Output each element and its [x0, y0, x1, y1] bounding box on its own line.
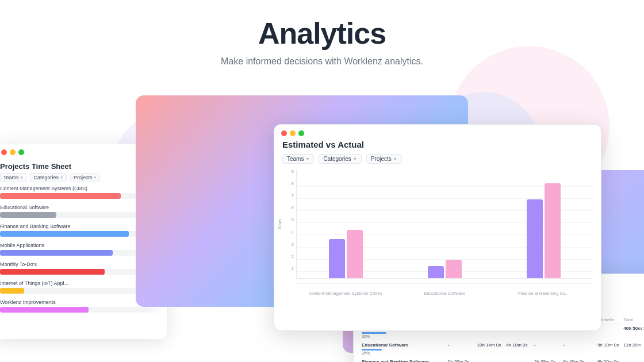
progress-bar — [362, 332, 386, 334]
bar-actual — [347, 230, 363, 278]
value-cell: 9h 10m 0s — [595, 341, 621, 357]
center-body: Estimated vs Actual Teams Categories Pro… — [274, 140, 601, 304]
dot-red — [1, 149, 7, 155]
bar-track — [0, 307, 161, 313]
grid-line — [296, 283, 593, 284]
value-cell: 2h 05m 0s — [532, 357, 561, 362]
value-cell: 10h 14m 0s — [474, 341, 504, 357]
y-label: 1 — [282, 266, 294, 271]
pct-label: 25% — [362, 351, 370, 355]
dot-green — [18, 149, 24, 155]
dot-yellow-c — [290, 130, 296, 136]
y-axis-title: Days — [277, 218, 282, 229]
value-cell: 6h 40m 0s — [561, 357, 595, 362]
bar-fill — [0, 193, 121, 199]
page-header: Analytics Make informed decisions with W… — [0, 0, 644, 67]
bar-actual — [545, 183, 561, 278]
project-cell: Educational Software 25% — [359, 341, 446, 357]
bar-chart: Days987654321 Content Management Systems… — [282, 170, 593, 296]
y-label: 7 — [282, 193, 294, 198]
value-cell: 4h 10m 0s — [504, 341, 532, 357]
x-label: Finance and Banking So... — [494, 289, 593, 296]
bar-group — [494, 183, 593, 278]
center-filter-categories[interactable]: Categories — [319, 154, 361, 164]
dot-yellow — [10, 149, 16, 155]
value-cell: - — [474, 357, 504, 362]
center-screenshot-wrapper: Estimated vs Actual Teams Categories Pro… — [136, 95, 468, 307]
bar-fill — [0, 231, 129, 237]
y-label: 2 — [282, 254, 294, 259]
page-title: Analytics — [0, 16, 644, 51]
dot-green-c — [298, 130, 304, 136]
y-label: 3 — [282, 242, 294, 247]
project-name: Educational Software — [362, 342, 443, 348]
page-subtitle: Make informed decisions with Worklenz an… — [0, 56, 644, 67]
bar-estimated — [329, 239, 345, 278]
pct-label: 30% — [362, 334, 370, 338]
value-cell: - — [504, 357, 532, 362]
value-cell: - — [561, 341, 595, 357]
value-cell: 11h 20m — [621, 341, 644, 357]
bar-estimated — [428, 266, 444, 278]
bar-actual — [446, 260, 462, 278]
y-label: 6 — [282, 205, 294, 210]
total-cell: 40h 50m 3 — [621, 324, 644, 341]
left-filter-projects[interactable]: Projects — [70, 173, 100, 182]
project-cell: Finance and Banking Software 45% — [359, 357, 446, 362]
y-label: 4 — [282, 230, 294, 235]
y-label: 8 — [282, 181, 294, 186]
y-label: 5 — [282, 217, 294, 222]
x-label: Educational Software — [395, 289, 494, 296]
screenshots-area: Projects Time Sheet Teams Categories Pro… — [0, 69, 644, 362]
window-chrome-center — [274, 125, 601, 140]
bar-group — [396, 260, 494, 278]
center-filter-row: Teams Categories Projects — [282, 154, 593, 164]
x-labels: Content Management Systems (CMS)Educatio… — [296, 289, 593, 296]
value-cell: 9h 20m 0s — [595, 357, 621, 362]
x-label: Content Management Systems (CMS) — [296, 289, 395, 296]
table-row: Finance and Banking Software 45% 0h 20m … — [359, 357, 644, 362]
bar-estimated — [527, 199, 543, 278]
bar-fill — [0, 307, 89, 313]
project-name: Finance and Banking Software — [362, 359, 443, 362]
progress-bar — [362, 349, 382, 351]
dot-red-c — [281, 130, 287, 136]
bar-fill — [0, 250, 113, 256]
value-cell: - — [446, 341, 475, 357]
y-label: 9 — [282, 169, 294, 174]
center-chart-title: Estimated vs Actual — [282, 140, 593, 149]
bar-fill — [0, 212, 56, 218]
left-filter-categories[interactable]: Categories — [30, 173, 66, 182]
center-filter-projects[interactable]: Projects — [366, 154, 402, 164]
left-filter-teams[interactable]: Teams — [0, 173, 26, 182]
table-header: Total — [621, 316, 644, 324]
value-cell: 0h 20m 0s — [446, 357, 475, 362]
bar-groups — [296, 170, 593, 279]
value-cell: - — [621, 357, 644, 362]
center-screenshot: Estimated vs Actual Teams Categories Pro… — [274, 124, 601, 331]
value-cell: - — [532, 341, 561, 357]
center-filter-teams[interactable]: Teams — [282, 154, 314, 164]
bar-fill — [0, 269, 105, 275]
bar-group — [297, 230, 396, 278]
table-row: Educational Software 25% -10h 14m 0s4h 1… — [359, 341, 644, 357]
bar-fill — [0, 288, 24, 294]
